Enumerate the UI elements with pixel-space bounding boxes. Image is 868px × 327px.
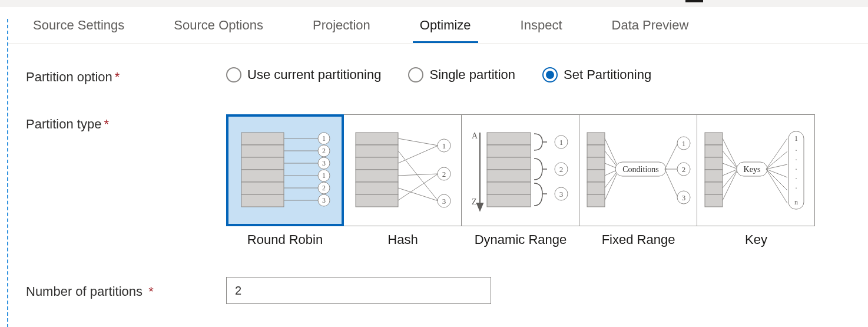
panel-left-guide <box>7 19 8 327</box>
tab-label: Source Options <box>174 18 263 32</box>
tab-label: Data Preview <box>612 18 689 32</box>
required-indicator: * <box>104 117 109 131</box>
tile-label: Dynamic Range <box>475 232 567 247</box>
svg-line-100 <box>766 169 787 203</box>
svg-text:3: 3 <box>559 190 563 199</box>
radio-icon <box>408 67 423 82</box>
number-of-partitions-input[interactable] <box>226 277 491 304</box>
svg-rect-46 <box>487 133 531 145</box>
required-indicator: * <box>148 284 154 299</box>
dynamic-range-icon: A Z <box>465 123 577 217</box>
field-label: Number of partitions <box>26 284 143 299</box>
svg-rect-1 <box>241 145 284 157</box>
radio-icon <box>542 67 558 82</box>
round-robin-icon: 123 123 <box>236 123 334 217</box>
svg-text:·: · <box>795 146 797 154</box>
svg-marker-45 <box>477 203 483 210</box>
tile-dynamic-range[interactable]: A Z <box>462 114 579 226</box>
radio-single-partition[interactable]: Single partition <box>408 67 515 82</box>
radio-set-partitioning[interactable]: Set Partitioning <box>542 67 651 82</box>
field-label: Partition option <box>26 70 112 84</box>
svg-line-35 <box>398 174 438 200</box>
svg-rect-82 <box>705 145 723 157</box>
svg-rect-49 <box>487 170 531 182</box>
svg-text:2: 2 <box>442 170 446 179</box>
svg-rect-86 <box>705 194 723 207</box>
tab-optimize[interactable]: Optimize <box>413 13 478 43</box>
svg-rect-81 <box>705 133 723 145</box>
radio-use-current-partitioning[interactable]: Use current partitioning <box>226 67 381 82</box>
svg-rect-48 <box>487 157 531 170</box>
svg-rect-26 <box>356 157 398 170</box>
tab-bar: Source Settings Source Options Projectio… <box>8 7 868 44</box>
tile-label: Key <box>745 232 767 247</box>
svg-rect-24 <box>356 133 398 145</box>
svg-rect-62 <box>587 182 605 194</box>
svg-rect-83 <box>705 157 723 170</box>
label-partition-type: Partition type* <box>26 114 226 132</box>
tile-key[interactable]: Keys <box>697 114 815 226</box>
svg-line-30 <box>398 138 438 146</box>
required-indicator: * <box>115 70 120 84</box>
svg-text:1: 1 <box>442 141 446 150</box>
svg-rect-63 <box>587 194 605 207</box>
tile-fixed-range[interactable]: Conditions <box>579 114 697 226</box>
svg-text:A: A <box>472 131 478 140</box>
svg-text:Keys: Keys <box>743 165 760 174</box>
row-number-of-partitions: Number of partitions * <box>26 277 850 304</box>
svg-text:2: 2 <box>681 165 685 174</box>
tile-round-robin[interactable]: 123 123 <box>226 114 344 226</box>
svg-text:1: 1 <box>794 134 798 143</box>
partition-type-tilegrid: 123 123 Round Robin <box>226 114 815 247</box>
tab-data-preview[interactable]: Data Preview <box>605 13 696 43</box>
svg-rect-5 <box>241 194 284 207</box>
svg-text:Z: Z <box>472 197 477 206</box>
tile-label: Round Robin <box>247 232 323 247</box>
label-number-of-partitions: Number of partitions * <box>26 282 226 299</box>
tile-label: Hash <box>387 232 418 247</box>
svg-line-72 <box>665 143 678 169</box>
svg-rect-0 <box>241 133 284 145</box>
fixed-range-icon: Conditions <box>582 123 694 217</box>
row-partition-option: Partition option* Use current partitioni… <box>26 67 850 85</box>
svg-rect-4 <box>241 182 284 194</box>
tab-inspect[interactable]: Inspect <box>513 13 569 43</box>
svg-rect-60 <box>587 157 605 170</box>
svg-rect-3 <box>241 170 284 182</box>
radio-label: Set Partitioning <box>564 67 651 82</box>
svg-text:3: 3 <box>681 193 685 202</box>
tab-label: Source Settings <box>33 18 124 32</box>
svg-text:1: 1 <box>322 134 326 143</box>
row-partition-type: Partition type* <box>26 114 850 247</box>
tab-label: Inspect <box>521 18 562 32</box>
svg-rect-25 <box>356 145 398 157</box>
svg-rect-58 <box>587 133 605 145</box>
svg-text:·: · <box>795 165 797 173</box>
svg-text:Conditions: Conditions <box>622 165 658 174</box>
svg-rect-50 <box>487 182 531 194</box>
tab-projection[interactable]: Projection <box>306 13 377 43</box>
svg-text:·: · <box>795 184 797 192</box>
tile-label: Fixed Range <box>602 232 675 247</box>
svg-text:3: 3 <box>322 196 326 204</box>
svg-line-31 <box>398 151 438 201</box>
radio-label: Single partition <box>429 67 515 82</box>
tab-source-options[interactable]: Source Options <box>167 13 270 43</box>
svg-text:1: 1 <box>559 138 563 147</box>
svg-text:3: 3 <box>442 197 446 206</box>
svg-text:1: 1 <box>681 139 685 148</box>
svg-rect-59 <box>587 145 605 157</box>
svg-rect-29 <box>356 194 398 207</box>
svg-text:·: · <box>795 174 797 183</box>
svg-text:2: 2 <box>322 184 326 192</box>
svg-text:3: 3 <box>322 159 326 167</box>
svg-text:·: · <box>795 156 797 164</box>
svg-rect-84 <box>705 170 723 182</box>
svg-line-98 <box>766 169 787 177</box>
svg-rect-61 <box>587 170 605 182</box>
svg-line-34 <box>398 188 438 201</box>
tile-hash[interactable]: 123 <box>344 114 462 226</box>
partition-option-radio-group: Use current partitioning Single partitio… <box>226 67 651 82</box>
tab-source-settings[interactable]: Source Settings <box>26 13 131 43</box>
svg-rect-51 <box>487 194 531 207</box>
